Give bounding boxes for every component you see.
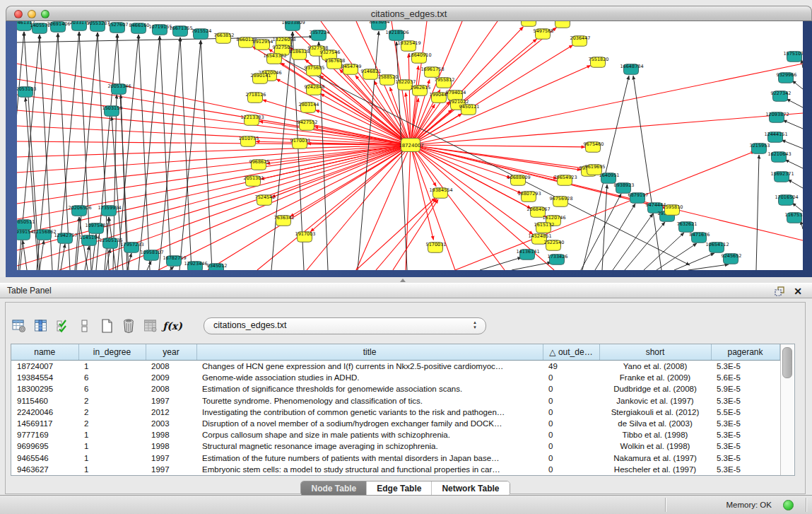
graph-node[interactable]: 12093872 [765, 112, 789, 122]
graph-node[interactable]: 7915524 [192, 28, 212, 39]
graph-node[interactable]: 16543382 [263, 53, 286, 64]
graph-node[interactable]: 1145194 [80, 235, 100, 245]
cell-year[interactable]: 1998 [146, 429, 196, 440]
cell-in_degree[interactable]: 1 [78, 429, 146, 440]
graph-node[interactable]: 2051301 [244, 175, 264, 186]
graph-node[interactable]: 10975487 [85, 223, 108, 233]
cell-title[interactable]: Genome-wide association studies in ADHD. [196, 372, 543, 383]
graph-node[interactable]: 8912954 [253, 39, 273, 49]
cell-pagerank[interactable]: 5.3E-5 [711, 440, 779, 452]
cell-short[interactable]: Franke et al. (2009) [599, 372, 711, 383]
vertical-scrollbar[interactable] [780, 344, 793, 475]
function-builder-icon[interactable]: ƒ(x) [165, 318, 180, 334]
cell-in_degree[interactable]: 6 [78, 383, 146, 395]
graph-node[interactable]: 1733426 [548, 254, 568, 264]
graph-node[interactable]: 15692371 [770, 171, 794, 182]
cell-title[interactable]: Changes of HCN gene expression and I(f) … [196, 361, 543, 373]
table-mode-icon[interactable] [11, 318, 27, 334]
table-row[interactable]: 1456911722003Disruption of a novel membe… [11, 418, 779, 429]
column-header-name[interactable]: name [11, 344, 78, 361]
cell-short[interactable]: de Silva et al. (2003) [599, 418, 711, 429]
graph-node[interactable]: 9968625 [249, 159, 270, 170]
graph-node[interactable]: 1503159 [102, 105, 123, 116]
table-selector-dropdown[interactable]: citations_edges.txt ▲▼ [204, 317, 486, 334]
memory-ok-indicator[interactable] [783, 500, 794, 510]
graph-node[interactable]: 96756928 [549, 196, 572, 206]
window-titlebar[interactable]: citations_edges.txt [6, 6, 812, 21]
table-row[interactable]: 1872400712008Changes of HCN gene express… [11, 361, 779, 373]
graph-node[interactable]: 2718126 [246, 92, 266, 103]
row-height-icon[interactable] [77, 318, 93, 334]
cell-title[interactable]: Disruption of a novel member of a sodium… [196, 418, 543, 429]
graph-node[interactable]: 2522540 [544, 240, 565, 250]
graph-node[interactable]: 12942757 [54, 233, 77, 243]
cell-name[interactable]: 18724007 [11, 361, 78, 373]
column-header-short[interactable]: short [599, 344, 711, 361]
cell-name[interactable]: 22420046 [11, 407, 78, 418]
graph-node[interactable]: 10688609 [507, 175, 530, 185]
graph-node[interactable]: 1640951 [599, 173, 620, 183]
cell-out_degree[interactable]: 0 [543, 464, 599, 475]
graph-node[interactable]: 16648784 [620, 64, 643, 74]
cell-year[interactable]: 1997 [146, 452, 196, 464]
graph-node[interactable]: 16033809 [281, 21, 305, 30]
graph-node[interactable]: 10553287 [86, 21, 110, 31]
cell-pagerank[interactable]: 5.3E-5 [711, 452, 779, 464]
cell-out_degree[interactable]: 0 [543, 407, 599, 418]
close-panel-icon[interactable]: ✕ [792, 286, 804, 297]
delete-table-icon[interactable] [121, 318, 136, 334]
cell-title[interactable]: Corpus callosum shape and size in male p… [196, 429, 543, 440]
cell-name[interactable]: 19384554 [11, 372, 78, 383]
cell-short[interactable]: Wolkin et al. (1998) [599, 440, 711, 452]
graph-node[interactable]: 9850511 [17, 219, 35, 230]
graph-node[interactable]: 6879197 [628, 192, 649, 203]
column-header-in_degree[interactable]: in_degree [78, 344, 146, 361]
table-row[interactable]: 2242004622012Investigating the contribut… [11, 407, 779, 418]
table-row[interactable]: 969969511998Structural magnetic resonanc… [11, 440, 779, 452]
panel-splitter[interactable] [0, 277, 812, 283]
graph-node[interactable]: 8466160 [129, 23, 150, 33]
table-row[interactable]: 977716911998Corpus callosum shape and si… [11, 429, 779, 440]
cell-in_degree[interactable]: 1 [78, 440, 146, 452]
graph-node[interactable]: 20053346 [107, 83, 131, 94]
graph-node[interactable]: 7551820 [589, 57, 609, 67]
graph-node[interactable]: 9242848 [305, 84, 325, 95]
graph-node[interactable]: 11156862 [33, 229, 56, 240]
graph-node[interactable]: 12923446 [184, 261, 207, 270]
cell-year[interactable]: 2008 [146, 383, 196, 395]
cell-name[interactable]: 18300295 [11, 383, 78, 395]
graph-node[interactable]: 18807293 [517, 191, 541, 201]
tab-network-table[interactable]: Network Table [432, 481, 509, 496]
float-panel-icon[interactable] [774, 286, 785, 297]
cell-pagerank[interactable]: 5.6E-5 [711, 372, 779, 383]
cell-pagerank[interactable]: 5.9E-5 [711, 383, 779, 395]
cell-out_degree[interactable]: 0 [543, 452, 599, 464]
cell-in_degree[interactable]: 1 [78, 361, 146, 373]
graph-node[interactable]: 10654112 [705, 242, 729, 252]
graph-node[interactable]: 19325419 [397, 40, 420, 51]
cell-title[interactable]: Estimation of the future numbers of pati… [196, 452, 543, 464]
graph-node[interactable]: 7524542 [255, 194, 276, 205]
graph-node[interactable]: 1917003 [295, 231, 316, 242]
table-row[interactable]: 1938455462009Genome-wide association stu… [11, 372, 779, 383]
cell-in_degree[interactable]: 2 [78, 395, 146, 407]
cell-pagerank[interactable]: 5.3E-5 [711, 429, 779, 440]
graph-node[interactable]: 1939154 [17, 229, 33, 240]
cell-out_degree[interactable]: 0 [543, 395, 599, 407]
cell-title[interactable]: Tourette syndrome. Phenomenology and cla… [196, 395, 543, 407]
cell-short[interactable]: Dudbridge et al. (2008) [599, 383, 711, 395]
graph-node[interactable]: 18640910 [408, 52, 431, 63]
cell-in_degree[interactable]: 1 [78, 464, 146, 475]
cell-title[interactable]: Investigating the contribution of common… [196, 407, 543, 418]
graph-node[interactable]: 1167533 [785, 212, 803, 223]
graph-node[interactable]: 2890141 [251, 73, 271, 83]
graph-node[interactable]: 8813054 [370, 21, 390, 30]
graph-node[interactable]: 15751074 [783, 51, 803, 62]
graph-node[interactable]: 9170031 [290, 138, 311, 148]
cell-short[interactable]: Jankovic et al. (1997) [599, 395, 711, 407]
graph-node[interactable]: 1527607 [108, 22, 129, 33]
graph-node[interactable]: 1962615 [411, 85, 431, 95]
graph-node[interactable]: 8471676 [690, 232, 710, 243]
graph-node[interactable]: 20691406 [47, 21, 70, 32]
graph-node[interactable]: 19218506 [385, 30, 408, 40]
